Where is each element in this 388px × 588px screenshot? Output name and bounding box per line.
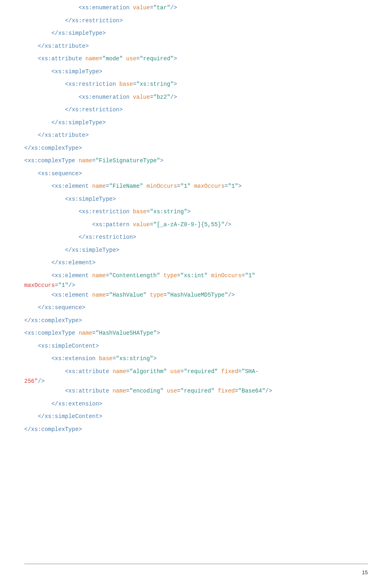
code-line: <xs:attribute name="algorithm" use="requ… bbox=[24, 365, 368, 378]
code-line: </xs:simpleType> bbox=[24, 244, 368, 257]
footer-divider bbox=[24, 564, 368, 564]
code-line: </xs:simpleContent> bbox=[24, 410, 368, 423]
code-line: <xs:enumeration value="bz2"/> bbox=[24, 91, 368, 104]
code-line: </xs:simpleType> bbox=[24, 117, 368, 129]
code-line: <xs:complexType name="FileSignatureType"… bbox=[24, 155, 368, 168]
code-line: </xs:simpleType> bbox=[24, 27, 368, 40]
document-page: <xs:enumeration value="tar"/> </xs:restr… bbox=[0, 0, 388, 588]
code-line: </xs:restriction> bbox=[24, 104, 368, 117]
code-line: </xs:attribute> bbox=[24, 129, 368, 142]
code-line: <xs:extension base="xs:string"> bbox=[24, 352, 368, 365]
code-line: <xs:simpleType> bbox=[24, 66, 368, 79]
code-line: <xs:element name="HashValue" type="HashV… bbox=[24, 289, 368, 302]
code-line: <xs:simpleContent> bbox=[24, 340, 368, 353]
code-line: </xs:attribute> bbox=[24, 40, 368, 53]
code-line: </xs:complexType> bbox=[24, 142, 368, 155]
code-line: </xs:extension> bbox=[24, 398, 368, 411]
code-line: maxOccurs="1"/> bbox=[24, 282, 368, 289]
code-line: <xs:complexType name="HashValueSHAType"> bbox=[24, 327, 368, 340]
code-line: <xs:simpleType> bbox=[24, 193, 368, 206]
code-line: <xs:enumeration value="tar"/> bbox=[24, 2, 368, 15]
page-number: 15 bbox=[24, 567, 368, 578]
code-line: <xs:restriction base="xs:string"> bbox=[24, 206, 368, 219]
code-line: </xs:complexType> bbox=[24, 423, 368, 436]
code-line: <xs:element name="FileName" minOccurs="1… bbox=[24, 180, 368, 193]
page-footer: 15 bbox=[24, 564, 368, 578]
code-line: 256"/> bbox=[24, 378, 368, 385]
code-line: </xs:restriction> bbox=[24, 231, 368, 244]
code-line: </xs:restriction> bbox=[24, 15, 368, 28]
code-line: <xs:attribute name="encoding" use="requi… bbox=[24, 385, 368, 398]
code-line: <xs:restriction base="xs:string"> bbox=[24, 78, 368, 91]
code-line: </xs:sequence> bbox=[24, 301, 368, 314]
code-line: <xs:element name="ContentLength" type="x… bbox=[24, 270, 368, 282]
code-line: </xs:complexType> bbox=[24, 314, 368, 327]
code-line: <xs:sequence> bbox=[24, 168, 368, 180]
code-line: <xs:attribute name="mode" use="required"… bbox=[24, 53, 368, 66]
code-line: <xs:pattern value="[_a-zA-Z0-9-]{5,55}"/… bbox=[24, 219, 368, 231]
code-line: </xs:element> bbox=[24, 257, 368, 270]
